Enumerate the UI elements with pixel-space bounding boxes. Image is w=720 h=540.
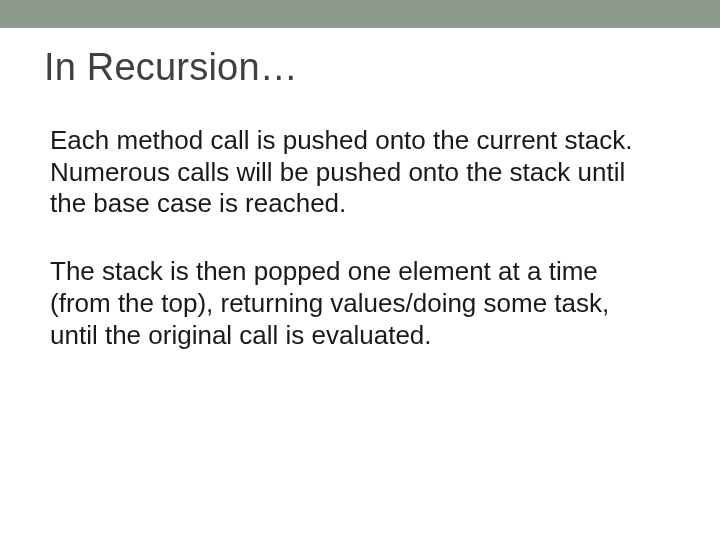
slide-content: In Recursion… Each method call is pushed… bbox=[0, 28, 720, 351]
accent-bar bbox=[0, 0, 720, 28]
slide-paragraph-2: The stack is then popped one element at … bbox=[50, 256, 650, 351]
slide-title: In Recursion… bbox=[44, 46, 676, 89]
slide-paragraph-1: Each method call is pushed onto the curr… bbox=[50, 125, 650, 220]
